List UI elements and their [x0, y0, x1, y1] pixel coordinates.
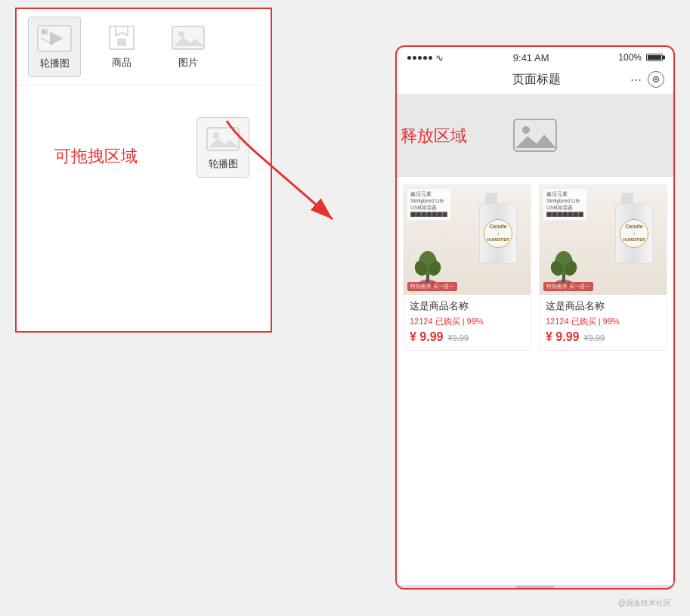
phone-header: 页面标题 ··· [397, 68, 673, 94]
wifi-icon: ∿ [435, 52, 444, 63]
product-image-1: Candle✦HUMIDIFIER 鑫活元素Simlybred LifeUSB加… [404, 185, 531, 295]
product-price-row-1: ¥ 9.99 ¥9.99 [410, 330, 524, 344]
phone-content: Candle✦HUMIDIFIER 鑫活元素Simlybred LifeUSB加… [397, 94, 673, 585]
watermark: @掘金技术社区 [618, 598, 671, 608]
image-icon-toolbar [170, 23, 206, 53]
signal-dot-4 [423, 56, 427, 60]
drag-area-label: 可拖拽区域 [54, 145, 138, 168]
page-title: 页面标题 [444, 72, 630, 88]
promo-tag-2: 特别推荐 买一送一 [543, 282, 593, 291]
product-original-price-1: ¥9.99 [447, 333, 469, 342]
products-section: Candle✦HUMIDIFIER 鑫活元素Simlybred LifeUSB加… [397, 177, 673, 585]
candle-visual-1: Candle✦HUMIDIFIER 鑫活元素Simlybred LifeUSB加… [404, 185, 531, 295]
component-carousel[interactable]: 轮播图 [28, 17, 81, 77]
dragging-icon [205, 124, 241, 154]
product-price-row-2: ¥ 9.99 ¥9.99 [546, 330, 661, 344]
product-info-2: 这是商品名称 12124 已购买 | 99% ¥ 9.99 ¥9.99 [540, 295, 667, 350]
svg-rect-5 [117, 39, 126, 46]
status-right: 100% [618, 52, 663, 63]
battery-percent: 100% [618, 52, 642, 63]
status-bar: ∿ 9:41 AM 100% [397, 47, 673, 68]
product-icon [104, 23, 140, 53]
promo-tag-1: 特别推荐 买一送一 [407, 282, 457, 291]
brand-tag-1: 鑫活元素Simlybred LifeUSB加湿器⬛⬛⬛⬛⬛⬛⬛ [407, 189, 450, 220]
product-original-price-2: ¥9.99 [583, 333, 605, 342]
svg-point-10 [213, 132, 219, 138]
signal-dots [407, 56, 432, 60]
product-name-1: 这是商品名称 [410, 299, 524, 313]
candle-visual-2: Candle✦HUMIDIFIER 鑫活元素Simlybred LifeUSB加… [540, 185, 667, 295]
carousel-icon [36, 23, 73, 54]
component-image[interactable]: 图片 [162, 17, 214, 77]
product-card-2[interactable]: Candle✦HUMIDIFIER 鑫活元素Simlybred LifeUSB加… [539, 184, 667, 351]
component-toolbar: 轮播图 商品 图片 [17, 9, 271, 85]
products-grid: Candle✦HUMIDIFIER 鑫活元素Simlybred LifeUSB加… [403, 184, 667, 351]
more-button[interactable]: ··· [630, 72, 642, 88]
status-time: 9:41 AM [513, 52, 549, 63]
svg-point-16 [522, 126, 530, 134]
circle-action-button[interactable] [648, 71, 664, 88]
product-card-1[interactable]: Candle✦HUMIDIFIER 鑫活元素Simlybred LifeUSB加… [403, 184, 531, 351]
phone-scrollbar[interactable] [397, 585, 673, 588]
product-name-2: 这是商品名称 [546, 299, 661, 313]
status-left: ∿ [407, 52, 444, 63]
signal-dot-5 [429, 56, 432, 60]
dragging-label: 轮播图 [209, 157, 238, 171]
product-label: 商品 [112, 56, 132, 70]
product-price-2: ¥ 9.99 [546, 330, 579, 344]
product-image-2: Candle✦HUMIDIFIER 鑫活元素Simlybred LifeUSB加… [540, 185, 667, 295]
product-stats-2: 12124 已购买 | 99% [546, 316, 661, 327]
image-placeholder [512, 116, 558, 154]
drop-area-label: 释放区域 [401, 125, 467, 147]
product-info-1: 这是商品名称 12124 已购买 | 99% ¥ 9.99 ¥9.99 [404, 295, 531, 350]
dragging-item: 轮播图 [196, 117, 249, 178]
battery-fill [648, 55, 661, 60]
product-price-1: ¥ 9.99 [410, 330, 443, 344]
header-actions: ··· [630, 71, 664, 88]
component-product[interactable]: 商品 [96, 17, 147, 77]
signal-dot-3 [418, 56, 422, 60]
svg-point-3 [42, 30, 45, 33]
product-stats-1: 12124 已购买 | 99% [410, 316, 524, 327]
svg-marker-17 [515, 135, 556, 148]
svg-point-7 [178, 31, 184, 37]
carousel-label: 轮播图 [40, 57, 70, 70]
svg-point-14 [655, 79, 658, 81]
scrollbar-thumb [516, 586, 554, 588]
battery-icon [646, 54, 663, 61]
brand-tag-2: 鑫活元素Simlybred LifeUSB加湿器⬛⬛⬛⬛⬛⬛⬛ [543, 189, 586, 220]
signal-dot-2 [413, 56, 416, 60]
image-label: 图片 [178, 56, 198, 70]
signal-dot-1 [407, 56, 411, 60]
